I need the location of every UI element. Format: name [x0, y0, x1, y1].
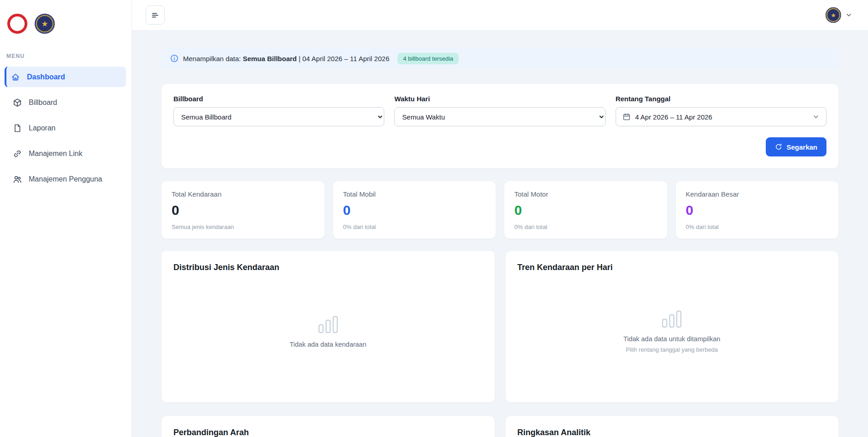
main-area: ★ Menampilkan data: Semua Billboard | 04…: [132, 0, 868, 437]
refresh-button[interactable]: Segarkan: [766, 137, 826, 156]
perbandingan-arah-card: Perbandingan Arah: [161, 416, 495, 437]
sidebar-item-label: Manajemen Link: [29, 150, 82, 158]
sidebar-item-dashboard[interactable]: Dashboard: [5, 67, 126, 87]
rentang-tanggal-filter-label: Rentang Tanggal: [616, 95, 826, 103]
banner-text: Menampilkan data: Semua Billboard | 04 A…: [183, 55, 389, 62]
sidebar-nav: Dashboard Billboard Laporan: [0, 67, 131, 189]
sidebar-item-manajemen-link[interactable]: Manajemen Link: [5, 143, 126, 164]
chart-title: Distribusi Jenis Kendaraan: [173, 263, 483, 272]
stat-value: 0: [172, 203, 314, 218]
date-range-value: 4 Apr 2026 – 11 Apr 2026: [635, 113, 712, 121]
waktu-hari-select[interactable]: Semua Waktu: [394, 107, 605, 126]
profile-menu[interactable]: ★: [826, 7, 852, 23]
empty-state-text: Tidak ada data kendaraan: [290, 341, 366, 348]
sidebar-item-laporan[interactable]: Laporan: [5, 118, 126, 138]
billboard-icon: [13, 98, 22, 107]
sidebar-item-label: Laporan: [29, 124, 56, 132]
stat-subtitle: 0% dari total: [343, 224, 486, 230]
rentang-tanggal-filter-field: Rentang Tanggal 4 Apr 2026 – 11 Apr 2026: [616, 95, 826, 126]
empty-state-text: Tidak ada data untuk ditampilkan: [623, 335, 720, 343]
card-title: Perbandingan Arah: [173, 428, 483, 437]
refresh-icon: [775, 143, 782, 151]
emblem-star-icon: ★: [831, 12, 836, 19]
stat-card-total-motor: Total Motor 0 0% dari total: [504, 181, 668, 239]
waktu-hari-filter-field: Waktu Hari Semua Waktu: [394, 95, 605, 126]
info-icon: [170, 54, 178, 62]
users-icon: [13, 175, 22, 184]
sidebar-item-label: Dashboard: [27, 73, 65, 81]
chart-empty-state: Tidak ada data untuk ditampilkan Pilih r…: [518, 272, 827, 390]
billboard-filter-label: Billboard: [173, 95, 384, 103]
logo-primary: [7, 14, 27, 34]
sidebar-item-manajemen-pengguna[interactable]: Manajemen Pengguna: [5, 169, 126, 189]
stat-title: Total Kendaraan: [172, 190, 314, 198]
filter-card: Billboard Semua Billboard Waktu Hari Sem…: [161, 83, 839, 169]
logo-group: ★: [0, 0, 131, 34]
stats-row: Total Kendaraan 0 Semua jenis kendaraan …: [161, 181, 839, 239]
stat-value: 0: [514, 203, 657, 218]
home-icon: [11, 73, 20, 82]
billboard-select[interactable]: Semua Billboard: [173, 107, 384, 126]
stat-value: 0: [343, 203, 486, 218]
chart-card-tren: Tren Kendaraan per Hari Tidak ada data u…: [505, 250, 839, 403]
sidebar-toggle-button[interactable]: [146, 5, 165, 25]
stat-card-total-mobil: Total Mobil 0 0% dari total: [333, 181, 497, 239]
chart-card-distribusi: Distribusi Jenis Kendaraan Tidak ada dat…: [161, 250, 495, 403]
sidebar-item-label: Billboard: [29, 99, 57, 107]
link-icon: [13, 149, 22, 158]
sidebar-section-label: MENU: [6, 53, 131, 59]
avatar: ★: [826, 7, 841, 23]
charts-row: Distribusi Jenis Kendaraan Tidak ada dat…: [161, 250, 839, 403]
stat-subtitle: Semua jenis kendaraan: [172, 224, 314, 230]
stat-card-kendaraan-besar: Kendaraan Besar 0 0% dari total: [675, 181, 839, 239]
chart-empty-state: Tidak ada data kendaraan: [173, 272, 483, 390]
waktu-hari-filter-label: Waktu Hari: [394, 95, 605, 103]
date-range-picker[interactable]: 4 Apr 2026 – 11 Apr 2026: [616, 107, 826, 126]
calendar-icon: [622, 113, 631, 121]
stat-title: Kendaraan Besar: [686, 190, 829, 198]
stat-title: Total Motor: [514, 190, 657, 198]
topbar: ★: [132, 0, 868, 31]
billboard-count-badge: 4 billboard tersedia: [397, 53, 459, 64]
stat-card-total-kendaraan: Total Kendaraan 0 Semua jenis kendaraan: [161, 181, 325, 239]
chevron-down-icon: [845, 11, 852, 19]
logo-university-emblem: ★: [35, 14, 55, 34]
report-icon: [13, 124, 22, 133]
chart-title: Tren Kendaraan per Hari: [518, 263, 827, 272]
stat-title: Total Mobil: [343, 190, 486, 198]
dashboard-content: Menampilkan data: Semua Billboard | 04 A…: [132, 31, 868, 437]
ringkasan-analitik-card: Ringkasan Analitik Jam Tersibuk Hari Ter…: [505, 416, 839, 437]
sidebar-item-billboard[interactable]: Billboard: [5, 92, 126, 113]
bar-chart-icon: [318, 315, 339, 334]
empty-state-hint: Pilih rentang tanggal yang berbeda: [626, 346, 718, 353]
app-root: ★ MENU Dashboard Billboard Lapo: [0, 0, 868, 437]
sidebar-item-label: Manajemen Pengguna: [29, 175, 102, 183]
emblem-star-icon: ★: [41, 19, 48, 29]
chevron-down-icon: [812, 113, 820, 120]
stat-value: 0: [686, 203, 829, 218]
bar-chart-icon: [661, 310, 682, 329]
bottom-row: Perbandingan Arah Ringkasan Analitik Jam…: [161, 416, 839, 437]
stat-subtitle: 0% dari total: [686, 224, 829, 230]
stat-subtitle: 0% dari total: [514, 224, 657, 230]
billboard-filter-field: Billboard Semua Billboard: [173, 95, 384, 126]
info-banner: Menampilkan data: Semua Billboard | 04 A…: [161, 48, 839, 69]
hamburger-icon: [151, 10, 160, 20]
sidebar: ★ MENU Dashboard Billboard Lapo: [0, 0, 132, 437]
card-title: Ringkasan Analitik: [518, 428, 827, 437]
